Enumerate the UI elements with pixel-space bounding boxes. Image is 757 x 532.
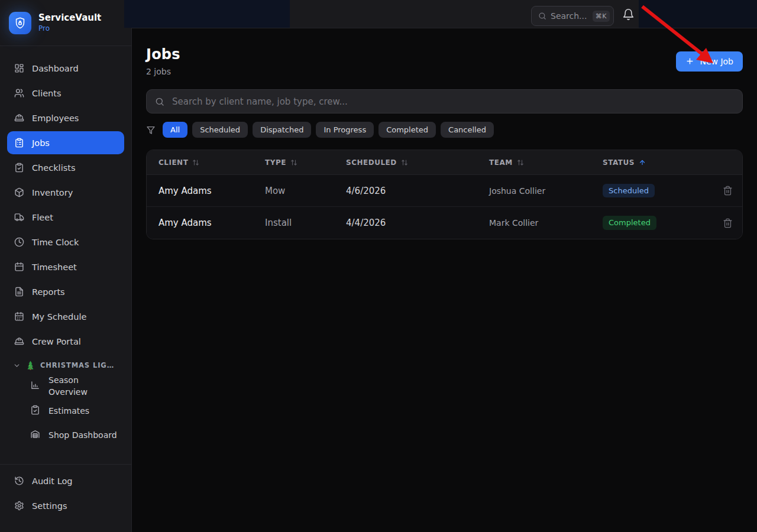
filter-row: All Scheduled Dispatched In Progress Com… (146, 122, 743, 138)
sidebar-item-label: Shop Dashboard (48, 430, 117, 440)
table-row[interactable]: Amy Adams Mow 4/6/2026 Joshua Collier Sc… (147, 175, 742, 207)
jobs-count: 2 jobs (146, 67, 180, 76)
sidebar-item-label: Checklists (32, 163, 75, 173)
sidebar-item-label: Jobs (32, 138, 50, 148)
sidebar-item-inventory[interactable]: Inventory (7, 181, 124, 204)
users-icon (14, 88, 24, 98)
column-header-client[interactable]: CLIENT (158, 158, 265, 167)
jobs-search-input[interactable] (171, 96, 734, 108)
sidebar-item-estimates[interactable]: Estimates (7, 399, 124, 422)
sidebar-item-label: Timesheet (32, 262, 77, 272)
shortcut-badge: ⌘K (593, 11, 610, 22)
sidebar-item-label: Dashboard (32, 64, 79, 73)
page-header: Jobs 2 jobs New Job (146, 46, 743, 76)
filter-chip-completed[interactable]: Completed (378, 122, 436, 138)
calendar-icon (14, 262, 24, 272)
sidebar-item-clients[interactable]: Clients (7, 82, 124, 105)
sidebar-item-season-overview[interactable]: Season Overview (7, 374, 124, 398)
delete-job-button[interactable] (723, 218, 733, 228)
sidebar-item-label: Estimates (48, 406, 89, 416)
sidebar-footer: Audit Log Settings (0, 464, 131, 532)
sidebar-item-label: Fleet (32, 213, 53, 222)
filter-chip-dispatched[interactable]: Dispatched (253, 122, 311, 138)
delete-job-button[interactable] (723, 186, 733, 196)
package-icon (14, 187, 24, 197)
column-label: SCHEDULED (346, 158, 397, 167)
clipboard-check-icon (30, 405, 40, 417)
calendar-days-icon (14, 312, 24, 322)
filter-chip-cancelled[interactable]: Cancelled (441, 122, 494, 138)
topbar-dark-panel-left (124, 0, 290, 28)
brand-tier: Pro (38, 24, 101, 33)
jobs-table: CLIENT TYPE SCHEDULED TEAM STATUS (146, 150, 743, 239)
bar-chart-icon (30, 380, 40, 392)
cell-team: Joshua Collier (489, 186, 603, 196)
notifications-button[interactable] (622, 8, 635, 21)
gear-icon (14, 501, 24, 511)
filter-funnel-icon (146, 125, 156, 135)
app-page: ServiceVault Pro Dashboard Clients Emplo… (0, 0, 757, 532)
file-text-icon (14, 287, 24, 297)
christmas-tree-icon (26, 361, 35, 370)
sidebar-item-employees[interactable]: Employees (7, 106, 124, 129)
hard-hat-icon (14, 113, 24, 123)
sort-updown-icon (192, 159, 199, 166)
sidebar-item-settings[interactable]: Settings (7, 494, 124, 517)
cell-scheduled: 4/6/2026 (346, 186, 489, 196)
plus-icon (685, 57, 694, 66)
sidebar-item-label: Clients (32, 89, 62, 98)
column-header-team[interactable]: TEAM (489, 158, 603, 167)
chevron-down-icon (13, 362, 21, 369)
garage-icon (30, 429, 40, 441)
new-job-button-label: New Job (700, 57, 733, 66)
status-badge: Completed (603, 216, 656, 230)
sidebar-section-christmas-lights[interactable]: CHRISTMAS LIG… (8, 361, 123, 370)
sidebar-item-timesheet[interactable]: Timesheet (7, 255, 124, 278)
cell-client: Amy Adams (158, 218, 265, 228)
bell-icon (622, 8, 635, 21)
column-header-scheduled[interactable]: SCHEDULED (346, 158, 489, 167)
table-row[interactable]: Amy Adams Install 4/4/2026 Mark Collier … (147, 207, 742, 239)
sidebar-item-my-schedule[interactable]: My Schedule (7, 305, 124, 328)
sidebar-item-dashboard[interactable]: Dashboard (7, 57, 124, 80)
jobs-search-bar (146, 89, 743, 113)
global-search-placeholder: Search... (551, 11, 588, 21)
layout-dashboard-icon (14, 63, 24, 73)
clipboard-list-icon (14, 138, 24, 148)
sort-updown-icon (401, 159, 408, 166)
sidebar-item-label: Reports (32, 287, 65, 297)
column-label: STATUS (603, 158, 635, 167)
filter-chip-all[interactable]: All (163, 122, 187, 138)
history-icon (14, 476, 24, 486)
sidebar: ServiceVault Pro Dashboard Clients Emplo… (0, 0, 132, 532)
page-title: Jobs (146, 46, 180, 63)
filter-chip-in-progress[interactable]: In Progress (316, 122, 374, 138)
sidebar-item-label: Audit Log (32, 476, 73, 486)
sidebar-item-audit-log[interactable]: Audit Log (7, 469, 124, 492)
cell-status: Completed (603, 216, 709, 230)
clock-icon (14, 237, 24, 247)
sidebar-item-shop-dashboard[interactable]: Shop Dashboard (7, 423, 124, 446)
sidebar-item-crew-portal[interactable]: Crew Portal (7, 330, 124, 353)
column-header-status[interactable]: STATUS (603, 158, 709, 167)
hard-hat-icon (14, 336, 24, 346)
table-header-row: CLIENT TYPE SCHEDULED TEAM STATUS (147, 150, 742, 175)
column-label: TYPE (265, 158, 286, 167)
cell-team: Mark Collier (489, 218, 603, 228)
new-job-button[interactable]: New Job (676, 51, 743, 72)
sidebar-item-label: Season Overview (48, 374, 101, 398)
column-header-type[interactable]: TYPE (265, 158, 346, 167)
sidebar-item-label: My Schedule (32, 312, 86, 322)
filter-chip-scheduled[interactable]: Scheduled (192, 122, 248, 138)
cell-scheduled: 4/4/2026 (346, 218, 489, 228)
sidebar-nav: Dashboard Clients Employees Jobs Checkli… (0, 46, 131, 464)
sidebar-item-checklists[interactable]: Checklists (7, 156, 124, 179)
sidebar-item-jobs[interactable]: Jobs (7, 131, 124, 154)
brand-name: ServiceVault (38, 13, 101, 23)
global-search-button[interactable]: Search... ⌘K (531, 6, 614, 26)
sidebar-item-time-clock[interactable]: Time Clock (7, 231, 124, 254)
cell-client: Amy Adams (158, 186, 265, 196)
sidebar-item-fleet[interactable]: Fleet (7, 206, 124, 229)
sidebar-item-reports[interactable]: Reports (7, 280, 124, 303)
sort-updown-icon (517, 159, 524, 166)
